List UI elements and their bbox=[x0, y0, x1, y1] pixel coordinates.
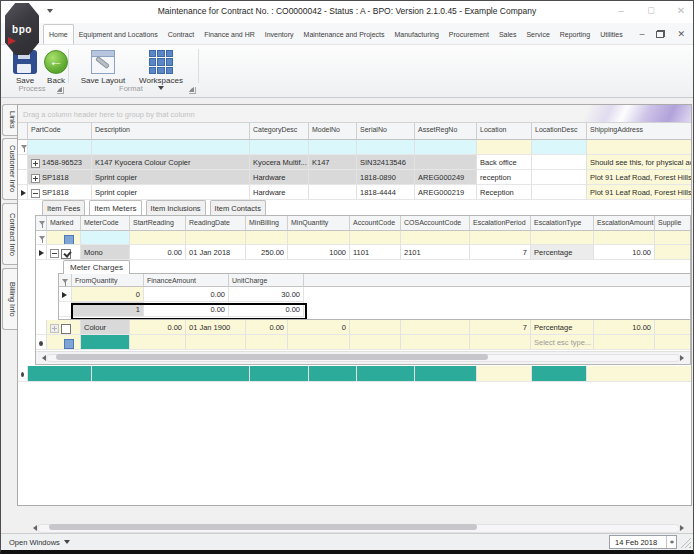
grid-cell[interactable] bbox=[309, 170, 357, 185]
ribbon-tab-home[interactable]: Home bbox=[43, 24, 74, 44]
grid-cell[interactable] bbox=[401, 320, 470, 335]
grid-cell[interactable]: 1101 bbox=[350, 245, 401, 260]
column-header[interactable]: FinanceAmount bbox=[144, 274, 229, 287]
resize-grip[interactable] bbox=[680, 537, 691, 548]
grid-cell[interactable] bbox=[288, 231, 350, 245]
grid-cell[interactable] bbox=[18, 140, 28, 155]
column-header[interactable]: MinBilling bbox=[246, 216, 288, 231]
grid-cell[interactable] bbox=[92, 140, 250, 155]
grid-cell[interactable]: 2101 bbox=[401, 245, 470, 260]
grid-cell[interactable]: Kyocera Multif... bbox=[250, 155, 309, 170]
ribbon-tab-contract[interactable]: Contract bbox=[163, 25, 199, 44]
column-header[interactable]: ReadingDate bbox=[186, 216, 246, 231]
ribbon-tab-utilities[interactable]: Utilities bbox=[595, 25, 628, 44]
grid-cell[interactable]: 7 bbox=[470, 320, 531, 335]
column-header[interactable]: COSAccountCode bbox=[401, 216, 470, 231]
grid-cell[interactable]: 1000 bbox=[288, 245, 350, 260]
column-header[interactable]: Supplie bbox=[655, 216, 691, 231]
checkbox-null-icon[interactable] bbox=[64, 339, 74, 349]
grid-cell[interactable]: 10.00 bbox=[594, 245, 655, 260]
grid-cell[interactable] bbox=[18, 170, 28, 185]
grid-cell[interactable]: 0.00 bbox=[229, 302, 304, 317]
column-header[interactable]: AccountCode bbox=[350, 216, 401, 231]
column-header[interactable]: LocationDesc bbox=[532, 123, 587, 140]
column-header[interactable]: PartCode bbox=[28, 123, 92, 140]
grid-cell[interactable] bbox=[186, 231, 246, 245]
process-dialog-launcher-icon[interactable] bbox=[57, 87, 64, 94]
grid-cell[interactable]: 30.00 bbox=[229, 287, 304, 302]
mdi-minimize-icon[interactable]: – bbox=[639, 29, 644, 39]
side-tab-contract-info[interactable]: Contract Info bbox=[2, 203, 17, 265]
grid-cell[interactable]: AREG000249 bbox=[415, 170, 477, 185]
grid-cell[interactable]: Hardware bbox=[250, 170, 309, 185]
ribbon-tab-service[interactable]: Service bbox=[521, 25, 554, 44]
grid-cell[interactable] bbox=[531, 231, 594, 245]
grid-cell[interactable]: SP1818 bbox=[28, 185, 92, 200]
grid-cell[interactable] bbox=[415, 140, 477, 155]
column-header[interactable]: EscalationAmount bbox=[594, 216, 655, 231]
grid-cell[interactable]: SP1818 bbox=[28, 170, 92, 185]
grid-cell[interactable] bbox=[587, 366, 692, 382]
grid-cell[interactable]: 1818-4444 bbox=[357, 185, 415, 200]
grid-cell[interactable] bbox=[532, 140, 587, 155]
grid-cell[interactable] bbox=[655, 335, 691, 350]
column-header[interactable]: EscalationType bbox=[531, 216, 594, 231]
grid-cell[interactable]: Plot 91 Leaf Road, Forest Hills, bbox=[587, 185, 692, 200]
grid-cell[interactable] bbox=[59, 302, 72, 317]
grid-cell[interactable] bbox=[246, 335, 288, 350]
checkbox-checked-icon[interactable] bbox=[61, 249, 71, 259]
grid-cell[interactable] bbox=[401, 231, 470, 245]
grid-cell[interactable]: Should see this, for physical ad bbox=[587, 155, 692, 170]
grid-cell[interactable] bbox=[81, 231, 130, 245]
grid-cell[interactable] bbox=[470, 335, 531, 350]
mdi-close-icon[interactable]: ✕ bbox=[677, 29, 685, 39]
date-spinner[interactable] bbox=[666, 536, 676, 548]
scroll-left-icon[interactable] bbox=[39, 355, 46, 361]
column-header[interactable] bbox=[18, 123, 28, 140]
grid-cell[interactable]: 1818-0890 bbox=[357, 170, 415, 185]
grid-cell[interactable]: Percentage bbox=[531, 320, 594, 335]
column-header[interactable]: ModelNo bbox=[309, 123, 357, 140]
grid-cell[interactable]: 0 bbox=[72, 287, 144, 302]
grid-cell[interactable]: K147 bbox=[309, 155, 357, 170]
scroll-thumb[interactable] bbox=[56, 354, 488, 360]
column-header[interactable]: Marked bbox=[47, 216, 81, 231]
grid-cell[interactable] bbox=[532, 185, 587, 200]
ribbon-tab-sales[interactable]: Sales bbox=[494, 25, 522, 44]
ribbon-tab-inventory[interactable]: Inventory bbox=[260, 25, 299, 44]
grid-cell[interactable] bbox=[655, 245, 691, 260]
grid-cell[interactable] bbox=[309, 366, 357, 382]
tab-item-meters[interactable]: Item Meters bbox=[89, 200, 141, 215]
grid-cell[interactable]: 7 bbox=[470, 245, 531, 260]
grid-cell[interactable] bbox=[250, 366, 309, 382]
grid-cell[interactable]: reception bbox=[477, 170, 532, 185]
grid-cell[interactable] bbox=[250, 140, 309, 155]
grid-cell[interactable] bbox=[246, 231, 288, 245]
grid-cell[interactable] bbox=[350, 335, 401, 350]
column-header[interactable]: StartReading bbox=[130, 216, 186, 231]
grid-cell[interactable]: 0.00 bbox=[144, 287, 229, 302]
grid-cell[interactable] bbox=[587, 140, 692, 155]
column-header[interactable] bbox=[304, 274, 691, 287]
column-header[interactable]: ShippingAddress bbox=[587, 123, 692, 140]
quick-access-dropdown-icon[interactable] bbox=[47, 9, 53, 16]
column-header[interactable]: FromQuantity bbox=[72, 274, 144, 287]
grid-cell[interactable] bbox=[304, 287, 691, 302]
save-layout-button[interactable]: Save Layout bbox=[74, 48, 132, 85]
grid-cell[interactable] bbox=[47, 245, 81, 260]
grid-cell[interactable] bbox=[532, 155, 587, 170]
grid-cell[interactable]: Sprint copier bbox=[92, 170, 250, 185]
column-header[interactable]: UnitCharge bbox=[229, 274, 304, 287]
grid-cell[interactable]: Back office bbox=[477, 155, 532, 170]
grid-cell[interactable]: 01 Jan 2018 bbox=[186, 245, 246, 260]
grid-cell[interactable]: Percentage bbox=[531, 245, 594, 260]
scroll-thumb[interactable] bbox=[49, 524, 477, 530]
grid-cell[interactable] bbox=[401, 335, 470, 350]
checkbox-null-icon[interactable] bbox=[64, 235, 74, 245]
tab-meter-charges[interactable]: Meter Charges bbox=[63, 260, 130, 274]
maximize-icon[interactable]: ◻ bbox=[645, 5, 657, 16]
grid-cell[interactable]: Select esc type... bbox=[531, 335, 594, 350]
expand-icon[interactable] bbox=[31, 174, 40, 183]
grid-cell[interactable] bbox=[47, 231, 81, 245]
grid-cell[interactable]: Sprint copier bbox=[92, 185, 250, 200]
